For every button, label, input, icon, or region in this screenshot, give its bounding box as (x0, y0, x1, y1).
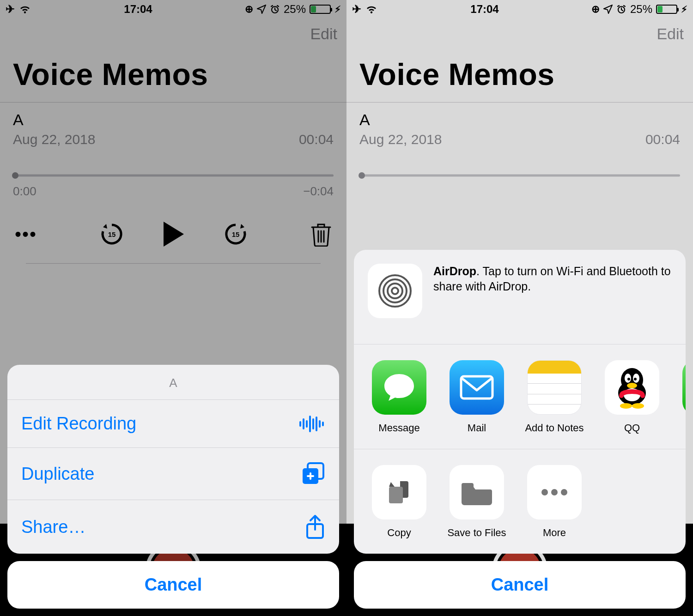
cancel-button[interactable]: Cancel (354, 561, 686, 609)
edit-recording-item[interactable]: Edit Recording (7, 399, 339, 447)
page-title: Voice Memos (0, 43, 346, 102)
skip-forward-15-icon[interactable]: 15 (223, 221, 249, 247)
location-icon (257, 5, 266, 14)
memo-duration: 00:04 (645, 132, 680, 147)
status-bar: ✈︎ 17:04 ⊕ 25% ⚡︎ (346, 0, 693, 18)
status-time: 17:04 (470, 3, 498, 16)
share-item[interactable]: Share… (7, 500, 339, 554)
svg-point-32 (551, 489, 558, 495)
action-sheet: A Edit Recording Duplicate Share… Canc (7, 365, 339, 609)
share-app-mail[interactable]: Mail (447, 360, 506, 434)
svg-point-16 (388, 284, 402, 298)
status-bar: ✈︎ 17:04 ⊕ 25% ⚡︎ (0, 0, 346, 18)
trash-button[interactable] (310, 222, 332, 247)
more-button[interactable]: ••• (15, 224, 37, 245)
share-action-copy[interactable]: Copy (370, 465, 429, 539)
svg-point-26 (627, 383, 637, 388)
share-icon (305, 514, 325, 540)
svg-point-31 (541, 489, 548, 495)
share-app-partial[interactable] (680, 360, 686, 415)
svg-rect-30 (462, 483, 474, 489)
share-actions-row[interactable]: Copy Save to Files More (354, 449, 686, 554)
svg-point-28 (620, 403, 632, 409)
svg-point-33 (561, 489, 567, 495)
airdrop-text: AirDrop. Tap to turn on Wi-Fi and Blueto… (433, 264, 672, 294)
svg-text:15: 15 (232, 230, 240, 238)
airdrop-icon (368, 264, 422, 318)
time-elapsed: 0:00 (13, 184, 36, 199)
skip-back-15-icon[interactable]: 15 (99, 221, 125, 247)
memo-date: Aug 22, 2018 (13, 132, 96, 147)
play-button[interactable] (162, 221, 186, 248)
battery-icon (310, 5, 331, 14)
duplicate-item[interactable]: Duplicate (7, 447, 339, 500)
alarm-icon (270, 4, 280, 14)
alarm-icon (616, 4, 626, 14)
airplane-mode-icon: ✈︎ (352, 3, 361, 16)
airdrop-row[interactable]: AirDrop. Tap to turn on Wi-Fi and Blueto… (354, 250, 686, 344)
lock-rotation-icon: ⊕ (591, 3, 600, 15)
memo-item[interactable]: A Aug 22, 2018 00:04 0:00 −0:04 ••• 15 (0, 103, 346, 277)
share-app-qq[interactable]: QQ (602, 360, 662, 434)
memo-date: Aug 22, 2018 (359, 132, 442, 147)
svg-text:15: 15 (108, 230, 116, 238)
scrubber[interactable] (359, 173, 680, 178)
lock-rotation-icon: ⊕ (245, 3, 253, 15)
share-app-notes[interactable]: Add to Notes (525, 360, 584, 434)
duplicate-icon (301, 462, 325, 486)
memo-title: A (13, 111, 334, 129)
screen-share-sheet: ✈︎ 17:04 ⊕ 25% ⚡︎ Edit Voice Memos A Aug… (346, 0, 693, 616)
scrubber[interactable] (13, 173, 334, 178)
svg-point-29 (632, 403, 644, 409)
wifi-icon (365, 4, 378, 14)
waveform-icon (298, 415, 325, 433)
memo-item[interactable]: A Aug 22, 2018 00:04 (346, 103, 693, 191)
duplicate-label: Duplicate (21, 464, 94, 484)
share-sheet: AirDrop. Tap to turn on Wi-Fi and Blueto… (354, 250, 686, 609)
airplane-mode-icon: ✈︎ (6, 3, 15, 16)
battery-icon (656, 5, 677, 14)
charging-icon: ⚡︎ (334, 4, 341, 15)
memo-duration: 00:04 (299, 132, 334, 147)
status-time: 17:04 (124, 3, 152, 16)
share-app-message[interactable]: Message (370, 360, 429, 434)
charging-icon: ⚡︎ (681, 4, 687, 15)
edit-recording-label: Edit Recording (21, 414, 136, 434)
svg-point-15 (392, 288, 398, 294)
share-action-save-to-files[interactable]: Save to Files (447, 465, 506, 539)
share-apps-row[interactable]: Message Mail Add to Notes (354, 344, 686, 449)
time-remaining: −0:04 (303, 184, 334, 199)
edit-button[interactable]: Edit (657, 25, 684, 42)
wifi-icon (18, 4, 31, 14)
battery-percent: 25% (284, 3, 306, 16)
svg-point-25 (634, 378, 637, 380)
action-sheet-title: A (7, 365, 339, 399)
svg-rect-19 (461, 376, 492, 399)
page-title: Voice Memos (346, 43, 693, 102)
share-action-more[interactable]: More (525, 465, 584, 539)
screen-action-sheet: ✈︎ 17:04 ⊕ 25% ⚡︎ Edit Voice Memos A Aug… (0, 0, 346, 616)
cancel-button[interactable]: Cancel (7, 561, 339, 609)
share-label: Share… (21, 517, 85, 537)
memo-title: A (359, 111, 680, 129)
location-icon (603, 5, 613, 14)
battery-percent: 25% (630, 3, 652, 16)
edit-button[interactable]: Edit (310, 25, 337, 42)
svg-point-24 (627, 378, 630, 380)
